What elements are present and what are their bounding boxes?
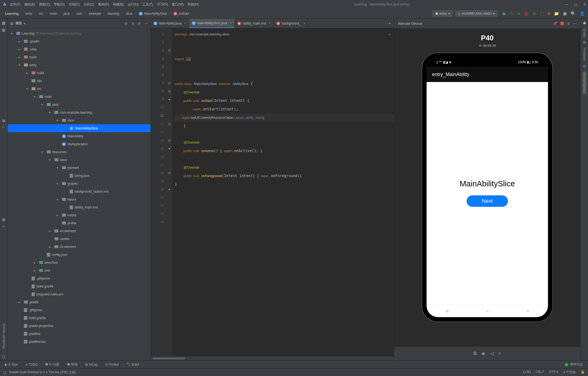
breadcrumb-item[interactable]: entry (25, 12, 33, 16)
tree-arrow-icon[interactable]: ▾ (41, 103, 45, 107)
editor-tab[interactable]: ⬘background_× (274, 19, 308, 28)
tree-row[interactable]: ▸build (8, 69, 151, 77)
tree-arrow-icon[interactable]: ▸ (19, 300, 22, 304)
tree-arrow-icon[interactable]: ▾ (49, 158, 53, 162)
lock-icon[interactable]: 🔓 (581, 370, 585, 375)
bottom-tab[interactable]: ⊙ Profiler (105, 363, 119, 366)
tree-row[interactable]: ▸media (8, 211, 151, 219)
tree-row[interactable]: .gitignore (8, 274, 151, 282)
sidebar-label-favorites[interactable]: 1: 收藏 (2, 224, 6, 227)
settings-icon[interactable]: ⚙ (567, 22, 570, 25)
rotate-icon[interactable]: ◈ (482, 351, 485, 356)
tree-row[interactable]: ▾LearningD:\HarmonyOS\demo\Learning (8, 29, 151, 37)
tree-arrow-icon[interactable]: ▾ (41, 150, 45, 154)
menu-item[interactable]: VCS(S) (157, 2, 168, 7)
search-icon[interactable]: 🔍 (571, 11, 576, 16)
bottom-tab[interactable]: ≡ TODO (26, 363, 38, 366)
tree-row[interactable]: proguard-rules.pro (8, 290, 151, 298)
tree-arrow-icon[interactable]: ▾ (26, 87, 30, 91)
stop-icon[interactable]: ■ (548, 11, 550, 16)
tree-row[interactable]: libs (8, 77, 151, 85)
tree-row[interactable]: gradlew.bat (8, 338, 151, 345)
event-log-button[interactable]: 1 事件日志 (565, 362, 583, 367)
tree-row[interactable]: profile (8, 219, 151, 227)
profile-icon[interactable]: ⊙ (533, 11, 536, 16)
sidebar-label-gradle[interactable]: Gradle (583, 28, 586, 37)
menu-item[interactable]: 窗口(W) (172, 2, 183, 7)
minimize-icon[interactable]: — (573, 22, 577, 25)
tree-arrow-icon[interactable]: ▸ (19, 40, 22, 43)
tree-row[interactable]: ▾entry (8, 61, 151, 69)
tree-arrow-icon[interactable]: ▸ (26, 71, 30, 75)
run-config-select[interactable]: ⬢ entry ▾ (432, 10, 453, 17)
tree-row[interactable]: ▸build (8, 53, 151, 61)
horizontal-scrollbar[interactable] (151, 356, 394, 360)
tree-arrow-icon[interactable]: ▾ (57, 182, 60, 186)
tree-row[interactable]: ▾base (8, 156, 151, 164)
sidebar-label-remote-device[interactable]: Remote Device (582, 71, 587, 94)
breadcrumb-item[interactable]: slice (126, 12, 132, 16)
tree-arrow-icon[interactable]: ▾ (57, 198, 60, 201)
project-tree[interactable]: ▾LearningD:\HarmonyOS\demo\Learning▸.gra… (8, 28, 151, 360)
menu-item[interactable]: 分析(Z) (84, 2, 94, 7)
menu-item[interactable]: 工具(T) (142, 2, 153, 7)
tree-row[interactable]: ▾layout (8, 195, 151, 203)
tree-arrow-icon[interactable]: ▾ (57, 119, 60, 122)
tree-row[interactable]: background_button.xml (8, 187, 151, 195)
breadcrumb-item[interactable]: src (39, 12, 43, 16)
select-opened-icon[interactable]: ⊕ (125, 22, 127, 25)
tree-row[interactable]: config.json (8, 251, 151, 259)
previewer-icon[interactable]: 👁 (583, 41, 586, 44)
tree-row[interactable]: .gitignore (8, 306, 151, 314)
back-icon[interactable]: ◁ (490, 351, 494, 356)
more-tabs-icon[interactable]: ⋯ ▾ (382, 19, 394, 28)
tree-row[interactable]: CMainAbility (8, 132, 151, 140)
tree-row[interactable]: ▾src (8, 85, 151, 93)
settings-icon[interactable]: ⚙ (138, 22, 141, 25)
tree-row[interactable]: ▾element (8, 164, 151, 172)
line-ending[interactable]: CRLF (536, 370, 544, 375)
editor-tab[interactable]: CMainAbility.java× (151, 19, 189, 28)
code-editor[interactable]: ✔package com.example.learning.slice; imp… (172, 28, 394, 356)
tree-row[interactable]: gradle.properties (8, 322, 151, 330)
editor-tab[interactable]: CMainAbilitySlice.java× (189, 19, 235, 28)
expand-all-icon[interactable]: ⇲ (131, 22, 134, 25)
menu-item[interactable]: 导航(N) (54, 2, 65, 7)
menu-item[interactable]: 文件(F) (10, 2, 20, 7)
tree-row[interactable]: string.json (8, 172, 151, 180)
hide-icon[interactable]: — (145, 22, 148, 25)
tree-arrow-icon[interactable]: ▸ (49, 229, 53, 233)
status-icon[interactable]: ▢ (3, 371, 6, 374)
tree-row[interactable]: build.gradle (8, 314, 151, 322)
breadcrumb-item[interactable]: onStart (179, 12, 189, 16)
tree-row[interactable]: CMyApplication (8, 140, 151, 148)
tree-row[interactable]: ▾slice (8, 116, 151, 124)
close-tab-icon[interactable]: × (184, 22, 186, 25)
tree-row[interactable]: ▸.idea (8, 45, 151, 53)
tree-row[interactable]: ▸ohosTest (8, 259, 151, 266)
home-icon[interactable]: ○ (486, 309, 488, 313)
tree-row[interactable]: ▸gradle (8, 298, 151, 306)
tree-arrow-icon[interactable]: ▾ (57, 166, 60, 170)
maximize-icon[interactable]: ▢ (574, 2, 577, 6)
tree-arrow-icon[interactable]: ▾ (34, 95, 38, 99)
phone-screen[interactable]: ▯ ⁴ᴳ ▮◪ ⬘ 100% ▮▯ 9:50 entry_MainAbility… (427, 57, 548, 317)
tree-row[interactable]: ▾graphic (8, 180, 151, 187)
caret-position[interactable]: 11:63 (523, 370, 531, 375)
menu-item[interactable]: 编辑(E) (24, 2, 35, 7)
back-icon[interactable]: ◁ (446, 309, 448, 313)
tree-arrow-icon[interactable]: ▾ (11, 32, 15, 35)
breadcrumb-item[interactable]: main (50, 12, 57, 16)
layout-icon[interactable]: ▣ (563, 11, 567, 16)
minimize-icon[interactable]: — (565, 2, 568, 6)
project-tool-icon[interactable]: ▤ (2, 21, 5, 25)
rerun-icon[interactable]: ↻ (510, 11, 514, 16)
home-icon[interactable]: ○ (498, 351, 501, 356)
sidebar-label-previewer[interactable]: Previewer (583, 48, 586, 61)
tree-row[interactable]: ▸zh.element (8, 243, 151, 251)
close-tab-icon[interactable]: × (269, 22, 271, 25)
gradle-icon[interactable]: ⬢ (583, 21, 586, 25)
menu-item[interactable]: 帮助(H) (188, 2, 199, 7)
breadcrumb-item[interactable]: example (89, 12, 101, 16)
menu-item[interactable]: 代码(C) (69, 2, 80, 7)
